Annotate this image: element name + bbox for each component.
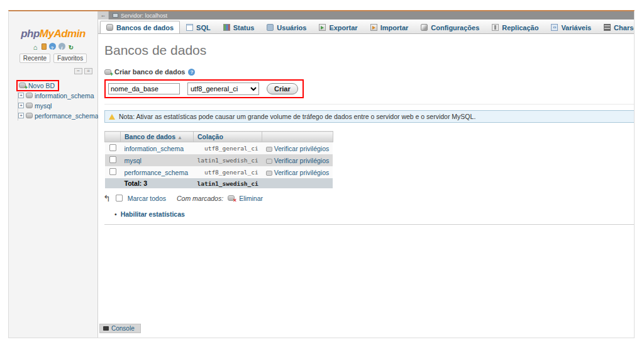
tree-item-new-db[interactable]: Novo BD <box>14 81 97 90</box>
database-link[interactable]: performance_schema <box>125 169 189 176</box>
expand-icon[interactable]: + <box>18 113 24 118</box>
collation-cell[interactable]: utf8_general_ci <box>194 142 262 155</box>
server-icon <box>113 13 118 18</box>
users-icon <box>267 24 274 31</box>
docs-help-icon[interactable]: ? <box>188 69 195 76</box>
check-all-arrow-icon: ↰ <box>103 195 111 202</box>
collation-select[interactable]: utf8_general_ci <box>187 82 259 95</box>
check-privileges-link[interactable]: Verificar privilégios <box>274 145 330 152</box>
check-all-link[interactable]: Marcar todos <box>128 195 166 202</box>
table-row: mysql latin1_swedish_ci Verificar privil… <box>105 154 333 166</box>
tab-databases[interactable]: Bancos de dados <box>100 21 180 33</box>
drop-database-icon <box>228 195 235 201</box>
content-area: Bancos de dados Criar banco de dados ? u… <box>98 34 635 338</box>
privileges-icon <box>266 147 272 152</box>
sidebar-icon-row <box>9 43 97 50</box>
info-icon[interactable] <box>58 43 65 50</box>
check-all-checkbox[interactable] <box>116 195 123 202</box>
database-icon <box>26 113 33 118</box>
main-panel: ← Servidor: localhost ▴ Bancos de dados … <box>98 11 635 338</box>
console-label: Console <box>111 325 135 332</box>
tree-branch: + information_schema + mysql + performan… <box>18 91 97 120</box>
row-checkbox[interactable] <box>109 168 116 175</box>
column-header-collation[interactable]: Colação <box>194 132 262 142</box>
home-icon[interactable] <box>32 43 39 50</box>
recent-dropdown[interactable]: Recente <box>19 54 50 63</box>
create-database-section: Criar banco de dados ? utf8_general_ci C… <box>104 68 635 105</box>
tree-item-database[interactable]: + mysql <box>18 101 97 110</box>
expand-icon[interactable]: + <box>18 93 24 98</box>
expand-icon[interactable]: + <box>18 103 24 108</box>
main-tabbar: Bancos de dados SQL Status Usuários Expo… <box>98 20 635 34</box>
db-name-input[interactable] <box>108 83 180 94</box>
database-tree: Novo BD + information_schema + mysql + <box>14 81 97 120</box>
databases-icon <box>106 24 113 31</box>
tab-import[interactable]: Importar <box>364 21 415 33</box>
tree-db-link[interactable]: information_schema <box>35 92 94 100</box>
page-title: Bancos de dados <box>104 43 635 58</box>
check-privileges-link[interactable]: Verificar privilégios <box>274 169 330 176</box>
create-button[interactable]: Criar <box>267 83 298 94</box>
drop-link[interactable]: Eliminar <box>239 195 263 202</box>
help-icon[interactable] <box>49 43 56 50</box>
reload-navigation-icon[interactable] <box>68 43 75 50</box>
tab-settings[interactable]: Configurações <box>414 21 486 33</box>
tab-users[interactable]: Usuários <box>260 21 313 33</box>
back-button[interactable]: ← <box>98 11 109 20</box>
database-link[interactable]: information_schema <box>125 145 184 152</box>
collation-cell[interactable]: utf8_general_ci <box>194 166 262 178</box>
export-icon <box>319 24 326 31</box>
database-icon <box>26 103 33 108</box>
variables-icon <box>551 24 558 31</box>
phpmyadmin-logo[interactable]: phpMyAdmin <box>9 28 97 40</box>
privileges-icon <box>266 171 272 176</box>
tree-item-database[interactable]: + information_schema <box>18 91 97 100</box>
row-checkbox[interactable] <box>109 144 116 151</box>
sort-asc-icon: ▲ <box>177 135 182 140</box>
logout-icon[interactable] <box>42 43 47 50</box>
logo-php: php <box>21 28 40 40</box>
enable-statistics-link[interactable]: Habilitar estatísticas <box>121 210 185 218</box>
quick-access-tabs: Recente Favoritos <box>9 54 97 63</box>
collation-cell[interactable]: latin1_swedish_ci <box>194 154 262 166</box>
tree-controls: − = <box>9 68 92 74</box>
privileges-icon <box>266 159 272 164</box>
create-db-highlight-box: utf8_general_ci Criar <box>104 79 304 98</box>
database-icon <box>26 93 33 98</box>
tab-charsets[interactable]: Charsets <box>597 21 635 33</box>
server-label[interactable]: Servidor: localhost <box>121 13 167 19</box>
tab-replication[interactable]: Replicação <box>486 21 545 33</box>
new-database-icon <box>19 82 26 88</box>
replication-icon <box>492 24 499 31</box>
navigation-sidebar: phpMyAdmin Recente Favoritos − = Novo BD <box>9 11 98 338</box>
new-db-link[interactable]: Novo BD <box>28 82 55 89</box>
tab-export[interactable]: Exportar <box>313 21 364 33</box>
tree-db-link[interactable]: performance_schema <box>35 112 99 120</box>
header-checkbox-cell <box>105 132 121 142</box>
console-toggle[interactable]: Console <box>99 324 141 333</box>
form-divider <box>104 104 635 105</box>
footer-collation: latin1_swedish_ci <box>194 178 262 188</box>
favorites-dropdown[interactable]: Favoritos <box>53 54 87 63</box>
tab-sql[interactable]: SQL <box>180 21 217 33</box>
tree-db-link[interactable]: mysql <box>35 102 52 110</box>
tree-item-database[interactable]: + performance_schema <box>18 111 97 120</box>
bottom-divider <box>104 224 635 225</box>
table-row: performance_schema utf8_general_ci Verif… <box>105 166 333 178</box>
table-row: information_schema utf8_general_ci Verif… <box>105 142 333 155</box>
tab-status[interactable]: Status <box>217 21 261 33</box>
database-link[interactable]: mysql <box>125 157 142 164</box>
warning-icon <box>109 114 115 120</box>
new-db-highlight-box: Novo BD <box>16 80 59 91</box>
check-privileges-link[interactable]: Verificar privilégios <box>274 157 330 164</box>
phpmyadmin-window: phpMyAdmin Recente Favoritos − = Novo BD <box>8 10 635 338</box>
create-db-legend-text: Criar banco de dados <box>114 68 185 76</box>
collapse-all-button[interactable]: − <box>74 68 82 74</box>
tab-variables[interactable]: Variáveis <box>545 21 597 33</box>
row-checkbox[interactable] <box>109 156 116 163</box>
charsets-icon <box>604 24 611 31</box>
server-breadcrumb-bar: ← Servidor: localhost ▴ <box>98 11 635 20</box>
note-text: Nota: Ativar as estatísticas pode causar… <box>119 113 475 120</box>
column-header-database[interactable]: Banco de dados ▲ <box>121 132 194 142</box>
unexpand-all-button[interactable]: = <box>84 68 92 74</box>
